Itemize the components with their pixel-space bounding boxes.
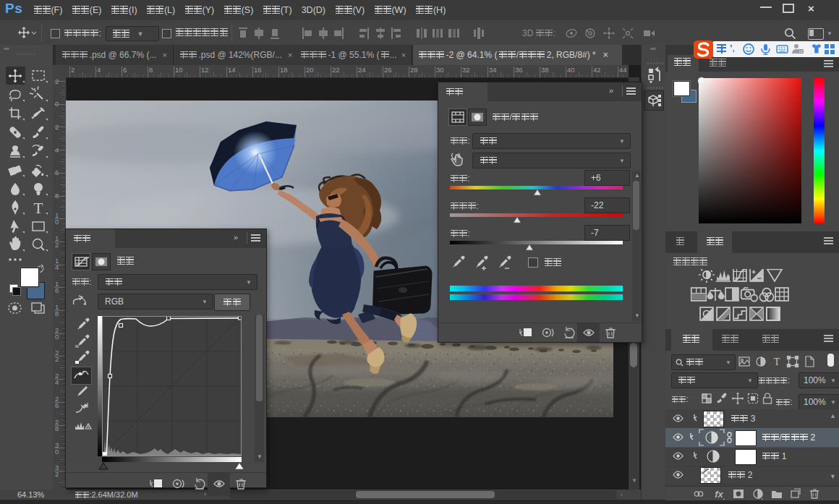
svg-text:28: 28	[410, 66, 418, 74]
svg-text:24: 24	[358, 66, 366, 74]
svg-text:0: 0	[55, 333, 59, 341]
svg-text:20: 20	[306, 66, 314, 74]
svg-text:22: 22	[332, 66, 340, 74]
svg-text:4: 4	[55, 263, 59, 271]
svg-text:2: 2	[55, 355, 59, 363]
svg-text:6: 6	[55, 286, 59, 294]
svg-text:18: 18	[280, 66, 288, 74]
svg-text:12: 12	[201, 66, 209, 74]
svg-text:34: 34	[489, 66, 497, 74]
svg-text:8: 8	[55, 424, 59, 432]
svg-text:10: 10	[175, 66, 183, 74]
svg-text:8: 8	[55, 192, 59, 200]
svg-text:14: 14	[228, 66, 236, 74]
svg-text:T: T	[34, 200, 43, 217]
svg-text:4: 4	[55, 146, 59, 154]
svg-text:4: 4	[55, 378, 59, 386]
svg-text:8: 8	[55, 309, 59, 317]
svg-text:40: 40	[567, 66, 575, 74]
svg-text:32: 32	[462, 66, 470, 74]
svg-text:42: 42	[593, 66, 601, 74]
svg-text:10: 10	[798, 49, 803, 54]
svg-text:0: 0	[55, 100, 59, 108]
svg-text:0: 0	[55, 218, 59, 226]
svg-text:16: 16	[254, 66, 262, 74]
svg-text:38: 38	[541, 66, 549, 74]
svg-text:6: 6	[55, 168, 59, 176]
svg-text:30: 30	[436, 66, 444, 74]
svg-text:26: 26	[384, 66, 392, 74]
svg-text:36: 36	[515, 66, 523, 74]
svg-text:6: 6	[55, 401, 59, 409]
svg-text:0: 0	[55, 448, 59, 456]
svg-text:8: 8	[149, 66, 153, 74]
svg-text:fx: fx	[715, 489, 723, 500]
svg-text:2: 2	[71, 66, 74, 74]
svg-text:2: 2	[55, 77, 59, 85]
svg-text:4: 4	[97, 66, 101, 74]
svg-text:T: T	[774, 356, 780, 367]
svg-text:44: 44	[619, 66, 627, 74]
svg-text:2: 2	[55, 470, 59, 478]
svg-text:2: 2	[55, 123, 59, 131]
svg-text:2: 2	[55, 241, 59, 249]
svg-text:6: 6	[123, 66, 127, 74]
